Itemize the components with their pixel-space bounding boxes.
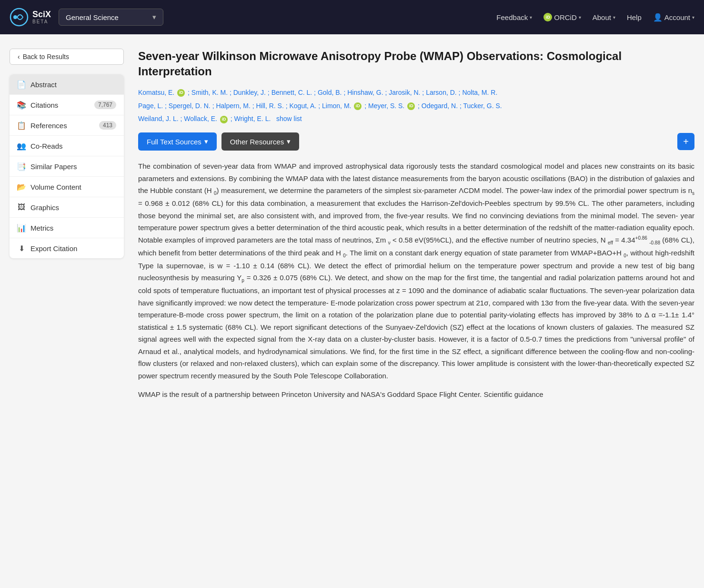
sidebar-item-graphics-label: Graphics xyxy=(30,203,59,212)
show-list-link[interactable]: show list xyxy=(276,115,302,122)
logo-beta: BETA xyxy=(32,19,51,24)
sidebar-item-metrics-label: Metrics xyxy=(30,224,53,232)
orcid-badge-meyer: iD xyxy=(407,102,415,110)
authors-line-3: Weiland, J. L. ; Wollack, E. iD ; Wright… xyxy=(138,113,694,125)
orcid-nav-link[interactable]: iD ORCiD ▾ xyxy=(543,13,581,21)
about-label: About xyxy=(593,13,611,21)
back-arrow-icon: ‹ xyxy=(18,53,20,61)
plus-icon: + xyxy=(683,136,689,147)
sidebar-item-citations[interactable]: 📚 Citations 7,767 xyxy=(10,95,124,115)
sidebar-item-references[interactable]: 📋 References 413 xyxy=(10,115,124,136)
author-weiland[interactable]: Weiland, J. L. xyxy=(138,115,179,122)
article-title: Seven-year Wilkinson Microwave Anisotrop… xyxy=(138,49,694,80)
references-icon: 📋 xyxy=(17,121,26,130)
author-meyer[interactable]: Meyer, S. S. xyxy=(368,102,404,110)
subject-select-dropdown[interactable]: General Science ▾ xyxy=(59,9,163,26)
author-halpern[interactable]: Halpern, M. xyxy=(216,102,250,110)
sidebar-item-export-citation[interactable]: ⬇ Export Citation xyxy=(10,238,124,258)
logo-title: SciX xyxy=(32,10,51,20)
author-nolta[interactable]: Nolta, M. R. xyxy=(462,89,497,96)
author-jarosik[interactable]: Jarosik, N. xyxy=(389,89,420,96)
co-reads-icon: 👥 xyxy=(17,142,26,150)
volume-content-icon: 📂 xyxy=(17,182,26,191)
sidebar-item-abstract[interactable]: 📄 Abstract xyxy=(10,74,124,95)
svg-point-1 xyxy=(13,15,17,19)
sidebar-item-similar-papers-label: Similar Papers xyxy=(30,162,77,171)
author-hinshaw[interactable]: Hinshaw, G. xyxy=(347,89,383,96)
abstract-paragraph-2: WMAP is the result of a partnership betw… xyxy=(138,388,694,401)
author-odegard[interactable]: Odegard, N. xyxy=(422,102,458,110)
scix-logo-icon xyxy=(10,8,29,27)
author-hill[interactable]: Hill, R. S. xyxy=(256,102,283,110)
metrics-icon: 📊 xyxy=(17,223,26,232)
full-text-chevron-icon: ▾ xyxy=(204,137,208,146)
author-wright[interactable]: Wright, E. L. xyxy=(234,115,271,122)
sidebar-item-co-reads[interactable]: 👥 Co-Reads xyxy=(10,136,124,156)
full-text-sources-button[interactable]: Full Text Sources ▾ xyxy=(138,132,217,151)
feedback-nav-link[interactable]: Feedback ▾ xyxy=(496,13,532,21)
orcid-icon: iD xyxy=(543,13,552,21)
account-label: Account xyxy=(664,13,690,21)
sidebar-menu: 📄 Abstract 📚 Citations 7,767 📋 Reference… xyxy=(10,74,124,258)
orcid-label: ORCiD xyxy=(554,13,577,21)
orcid-chevron-icon: ▾ xyxy=(579,15,581,20)
citations-badge: 7,767 xyxy=(94,101,116,109)
author-wollack[interactable]: Wollack, E. xyxy=(184,115,217,122)
authors-line-2: Page, L. ; Spergel, D. N. ; Halpern, M. … xyxy=(138,101,694,112)
author-kogut[interactable]: Kogut, A. xyxy=(289,102,316,110)
authors-line: Komatsu, E. iD ; Smith, K. M. ; Dunkley,… xyxy=(138,87,694,99)
orcid-badge-komatsu: iD xyxy=(177,89,185,97)
about-chevron-icon: ▾ xyxy=(613,15,615,20)
sidebar-item-graphics[interactable]: 🖼 Graphics xyxy=(10,197,124,218)
abstract-paragraph-1: The combination of seven-year data from … xyxy=(138,160,694,382)
about-nav-link[interactable]: About ▾ xyxy=(593,13,615,21)
sidebar-item-export-citation-label: Export Citation xyxy=(30,244,77,253)
sidebar-item-similar-papers[interactable]: 📑 Similar Papers xyxy=(10,156,124,177)
sidebar-item-volume-content[interactable]: 📂 Volume Content xyxy=(10,177,124,197)
citations-icon: 📚 xyxy=(17,101,26,109)
sidebar-item-volume-content-label: Volume Content xyxy=(30,183,81,191)
account-nav-link[interactable]: 👤 Account ▾ xyxy=(653,13,694,22)
author-gold[interactable]: Gold, B. xyxy=(318,89,342,96)
author-bennett[interactable]: Bennett, C. L. xyxy=(272,89,312,96)
logo-text-block: SciX BETA xyxy=(32,10,51,25)
other-resources-button[interactable]: Other Resources ▾ xyxy=(221,132,299,151)
top-navigation: SciX BETA General Science ▾ Feedback ▾ i… xyxy=(0,0,704,34)
author-komatsu[interactable]: Komatsu, E. xyxy=(138,89,174,96)
author-larson[interactable]: Larson, D. xyxy=(426,89,457,96)
logo[interactable]: SciX BETA xyxy=(10,8,51,27)
nav-links: Feedback ▾ iD ORCiD ▾ About ▾ Help 👤 Acc… xyxy=(496,13,694,22)
author-page[interactable]: Page, L. xyxy=(138,102,163,110)
author-tucker[interactable]: Tucker, G. S. xyxy=(463,102,502,110)
sidebar-item-references-label: References xyxy=(30,122,67,130)
feedback-label: Feedback xyxy=(496,13,528,21)
back-to-results-label: Back to Results xyxy=(23,53,69,61)
sidebar: ‹ Back to Results 📄 Abstract 📚 Citations… xyxy=(10,49,124,407)
author-smith[interactable]: Smith, K. M. xyxy=(191,89,228,96)
author-dunkley[interactable]: Dunkley, J. xyxy=(233,89,266,96)
sidebar-item-citations-label: Citations xyxy=(30,101,58,109)
help-nav-link[interactable]: Help xyxy=(627,13,642,21)
action-bar: Full Text Sources ▾ Other Resources ▾ + xyxy=(138,132,694,151)
references-badge: 413 xyxy=(99,121,116,130)
main-container: ‹ Back to Results 📄 Abstract 📚 Citations… xyxy=(0,34,704,426)
abstract-icon: 📄 xyxy=(17,80,26,89)
author-limon[interactable]: Limon, M. xyxy=(322,102,351,110)
help-label: Help xyxy=(627,13,642,21)
article-area: Seven-year Wilkinson Microwave Anisotrop… xyxy=(124,44,694,407)
graphics-icon: 🖼 xyxy=(17,203,26,212)
export-citation-icon: ⬇ xyxy=(17,244,26,253)
chevron-down-icon: ▾ xyxy=(152,13,156,21)
sidebar-item-metrics[interactable]: 📊 Metrics xyxy=(10,218,124,238)
orcid-badge-wollack: iD xyxy=(220,116,228,123)
sidebar-item-co-reads-label: Co-Reads xyxy=(30,142,63,150)
feedback-chevron-icon: ▾ xyxy=(530,15,532,20)
other-resources-label: Other Resources xyxy=(230,138,284,146)
back-to-results-button[interactable]: ‹ Back to Results xyxy=(10,49,124,65)
add-button[interactable]: + xyxy=(677,133,694,150)
abstract-text: The combination of seven-year data from … xyxy=(138,160,694,401)
full-text-sources-label: Full Text Sources xyxy=(147,138,201,146)
author-spergel[interactable]: Spergel, D. N. xyxy=(169,102,211,110)
svg-point-0 xyxy=(10,9,28,26)
person-icon: 👤 xyxy=(653,13,663,22)
